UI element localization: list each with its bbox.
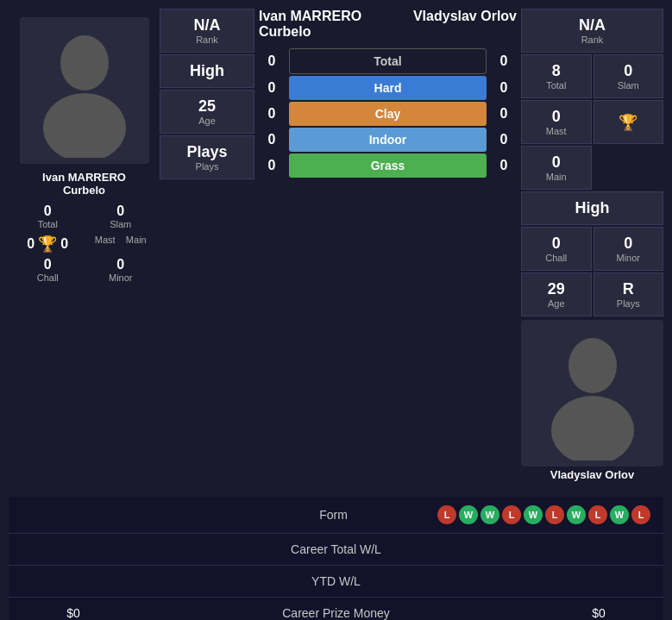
right-mast-main: 0 Mast 🏆 0 Main (521, 100, 663, 190)
right-main-label: Main (525, 172, 587, 182)
form-label: Form (229, 508, 437, 522)
right-chall-label: Chall (525, 253, 587, 263)
hard-surface-btn[interactable]: Hard (289, 76, 487, 100)
left-total-box: 0 Total (13, 204, 83, 229)
left-high-value: High (190, 62, 224, 80)
form-badges: L W W L W L W L W L (437, 505, 650, 524)
ytd-wl-row: YTD W/L (9, 566, 663, 598)
left-player-card: Ivan MARRERO Curbelo 0 Total 0 Slam 0 🏆 … (9, 9, 160, 488)
right-player-name: Vladyslav Orlov (521, 468, 663, 481)
prize-label: Career Prize Money (125, 606, 547, 620)
clay-row: 0 Clay 0 (259, 102, 517, 126)
right-chall-minor: 0 Chall 0 Minor (521, 227, 663, 271)
surface-scores: 0 Total 0 0 Hard 0 0 Clay 0 0 Indoor (259, 48, 517, 178)
prize-left: $0 (22, 606, 125, 620)
left-plays-value: Plays (186, 143, 227, 161)
right-trophy-icon: 🏆 (619, 113, 637, 132)
left-player-stats: 0 Total 0 Slam (13, 204, 155, 229)
right-slam-value: 0 (598, 62, 660, 80)
hard-score-left: 0 (259, 80, 285, 96)
left-slam-box: 0 Slam (86, 204, 156, 229)
right-high-stat: High (521, 191, 663, 225)
left-slam-label: Slam (86, 219, 156, 229)
right-total-value: 8 (525, 62, 587, 80)
left-rank-stat: N/A Rank (160, 9, 254, 53)
clay-score-right: 0 (491, 106, 517, 122)
form-badge-1: W (459, 505, 478, 524)
left-rank-label: Rank (196, 34, 218, 45)
left-chall-label: Chall (13, 272, 83, 283)
right-minor-value: 0 (598, 235, 660, 253)
left-slam-value: 0 (86, 204, 156, 219)
center-right-name: Vladyslav Orlov (388, 9, 518, 40)
form-badge-0: L (437, 505, 456, 524)
center-left-name: Ivan MARRERO Curbelo (259, 9, 388, 40)
left-chall-box: 0 Chall (13, 257, 83, 283)
right-rank-stat: N/A Rank (521, 9, 663, 53)
left-main-label-box: Mast Main (86, 235, 156, 254)
career-wl-label: Career Total W/L (231, 542, 441, 556)
left-plays-label: Plays (196, 161, 219, 172)
comparison-section: Ivan MARRERO Curbelo 0 Total 0 Slam 0 🏆 … (9, 9, 663, 488)
right-plays-stat: R Plays (593, 272, 664, 316)
clay-score-left: 0 (259, 106, 285, 122)
total-row: 0 Total 0 (259, 48, 517, 74)
grass-score-left: 0 (259, 158, 285, 173)
prize-row: $0 Career Prize Money $0 (9, 598, 663, 620)
right-age-stat: 29 Age (521, 272, 592, 316)
right-chall-stat: 0 Chall (521, 227, 592, 271)
form-badge-6: W (567, 505, 586, 524)
left-age-stat: 25 Age (160, 90, 254, 134)
form-badge-5: L (545, 505, 564, 524)
total-surface-btn[interactable]: Total (289, 48, 487, 74)
indoor-row: 0 Indoor 0 (259, 128, 517, 152)
right-trophy-box: 🏆 (593, 100, 664, 144)
left-trophy-icon: 🏆 (38, 235, 57, 254)
indoor-score-right: 0 (491, 132, 517, 147)
left-total-label: Total (13, 219, 83, 229)
right-minor-stat: 0 Minor (593, 227, 664, 271)
right-age-label: Age (525, 298, 587, 309)
form-badge-7: L (588, 505, 607, 524)
right-total-stat: 8 Total (521, 54, 592, 98)
right-rank-value: N/A (525, 16, 659, 34)
left-player-stats-row2: 0 🏆 0 Mast Main (13, 235, 155, 254)
svg-point-0 (60, 35, 109, 91)
left-total-value: 0 (13, 204, 83, 219)
right-total-slam: 8 Total 0 Slam (521, 54, 663, 98)
right-slam-label: Slam (598, 80, 660, 91)
right-high-value: High (525, 199, 659, 217)
hard-row: 0 Hard 0 (259, 76, 517, 100)
left-chall-value: 0 (13, 257, 83, 272)
indoor-surface-btn[interactable]: Indoor (289, 128, 487, 152)
right-age-plays: 29 Age R Plays (521, 272, 663, 316)
right-plays-label: Plays (598, 298, 660, 309)
grass-surface-btn[interactable]: Grass (289, 153, 487, 178)
right-player-avatar (521, 320, 663, 467)
left-age-label: Age (198, 116, 216, 126)
left-main-value: 0 (60, 236, 68, 252)
prize-right: $0 (547, 606, 650, 620)
left-age-value: 25 (198, 97, 216, 116)
left-minor-label: Minor (86, 272, 156, 283)
left-minor-value: 0 (86, 257, 156, 272)
left-player-avatar (20, 17, 149, 164)
right-minor-label: Minor (598, 253, 660, 263)
form-badge-3: L (502, 505, 521, 524)
main-container: Ivan MARRERO Curbelo 0 Total 0 Slam 0 🏆 … (0, 0, 672, 620)
svg-point-3 (551, 396, 634, 460)
right-total-label: Total (525, 80, 587, 91)
right-rank-label: Rank (525, 34, 659, 45)
svg-point-2 (568, 338, 617, 393)
form-badge-8: W (610, 505, 629, 524)
left-rank-value: N/A (194, 16, 221, 34)
left-mast-value: 0 (27, 236, 35, 252)
left-plays-stat: Plays Plays (160, 135, 254, 179)
total-score-right: 0 (491, 53, 517, 69)
career-wl-row: Career Total W/L (9, 534, 663, 566)
ytd-wl-label: YTD W/L (231, 574, 441, 588)
clay-surface-btn[interactable]: Clay (289, 102, 487, 126)
left-player-stats-row3: 0 Chall 0 Minor (13, 257, 155, 283)
right-slam-stat: 0 Slam (593, 54, 664, 98)
form-badge-9: L (631, 505, 650, 524)
